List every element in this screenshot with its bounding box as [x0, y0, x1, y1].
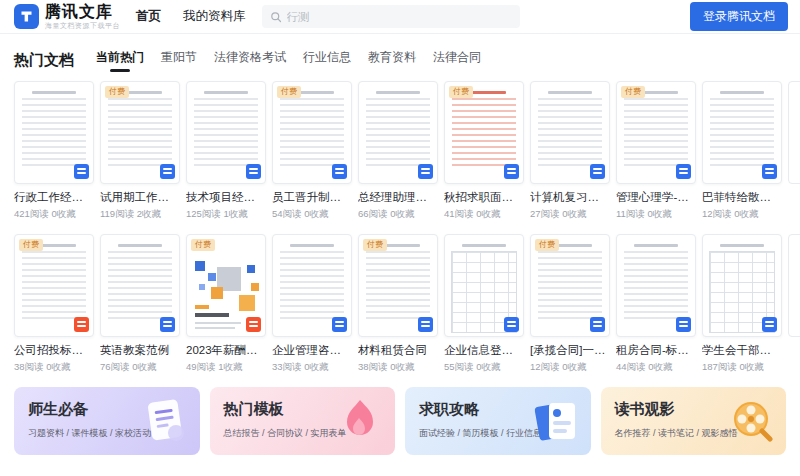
doc-file-icon [160, 317, 175, 332]
flame-icon [333, 395, 385, 447]
doc-thumbnail [186, 81, 266, 184]
promo-banners: 师生必备习题资料 / 课件模板 / 家校活动热门模板总结报告 / 合同协议 / … [14, 387, 786, 455]
doc-file-icon [504, 164, 519, 179]
doc-title: 英语教案范例 [100, 343, 180, 358]
nav-item-library[interactable]: 我的资料库 [183, 8, 246, 25]
cover-shape [251, 283, 259, 291]
banner-blue[interactable]: 求职攻略面试经验 / 简历模板 / 行业信息 [405, 387, 591, 455]
doc-thumbnail [272, 234, 352, 337]
doc-card[interactable]: 付费材料租赁合同38阅读 0收藏 [358, 234, 438, 374]
site-logo[interactable]: 腾讯文库 海量文档资源下载平台 [14, 4, 120, 29]
thumb-text-lines [22, 251, 86, 321]
doc-file-icon [762, 317, 777, 332]
doc-stats: 33阅读 0收藏 [272, 361, 352, 374]
doc-card[interactable]: 行政工作经验分...421阅读 0收藏 [14, 81, 94, 221]
tab-5[interactable]: 法律合同 [433, 49, 481, 72]
doc-card[interactable]: 计算机复习资料27阅读 0收藏 [530, 81, 610, 221]
thumb-title-line [462, 244, 506, 247]
thumb-title-line [32, 91, 76, 94]
tab-0[interactable]: 当前热门 [96, 49, 144, 72]
doc-card[interactable]: 学生会干部竞选...187阅读 0收藏 [702, 234, 782, 374]
doc-file-icon [418, 317, 433, 332]
thumb-title-line [204, 91, 248, 94]
doc-card[interactable]: 付费公司招投标授权...38阅读 0收藏 [14, 234, 94, 374]
doc-stats: 44阅读 0收藏 [616, 361, 696, 374]
doc-title: 学生会干部竞选... [702, 343, 782, 358]
doc-card[interactable]: 巴菲特给散户的9...12阅读 0收藏 [702, 81, 782, 221]
banner-pink[interactable]: 热门模板总结报告 / 合同协议 / 实用表单 [210, 387, 396, 455]
doc-stats: 187阅读 0收藏 [702, 361, 782, 374]
tab-2[interactable]: 法律资格考试 [214, 49, 286, 72]
pdf-file-icon [74, 317, 89, 332]
doc-thumbnail [616, 234, 696, 337]
doc-card[interactable]: 总经理助理工作...66阅读 0收藏 [358, 81, 438, 221]
thumb-text-lines [280, 98, 344, 168]
doc-card[interactable]: 企业信息登记表55阅读 0收藏 [444, 234, 524, 374]
doc-thumbnail: 付费 [100, 81, 180, 184]
doc-card[interactable]: 租房合同-标准版44阅读 0收藏 [616, 234, 696, 374]
doc-card[interactable]: 付费[承揽合同]一加...12阅读 0收藏 [530, 234, 610, 374]
doc-card[interactable]: 付费管理心理学-复习...11阅读 0收藏 [616, 81, 696, 221]
cover-shape [195, 305, 209, 309]
doc-thumbnail [788, 234, 800, 337]
thumb-title-line [720, 244, 764, 247]
doc-card[interactable]: 付费秋招求职面试技巧41阅读 0收藏 [444, 81, 524, 221]
document-grid: 行政工作经验分...421阅读 0收藏付费试用期工作经验...119阅读 2收藏… [0, 81, 800, 374]
doc-stats: 12阅读 0收藏 [530, 361, 610, 374]
doc-title: 试用期工作经验... [100, 190, 180, 205]
resume-icon [529, 395, 581, 447]
doc-thumbnail: 付费 [272, 81, 352, 184]
thumb-text-lines [280, 251, 344, 321]
doc-thumbnail: 付费 [358, 234, 438, 337]
search-box[interactable] [262, 5, 520, 28]
doc-card[interactable]: 技术项目经理面...125阅读 1收藏 [186, 81, 266, 221]
doc-title: 巴菲特给散户的9... [702, 190, 782, 205]
cover-shape [199, 284, 205, 290]
paid-tag: 付费 [191, 239, 215, 251]
doc-card[interactable]: 付费员工晋升制度及...54阅读 0收藏 [272, 81, 352, 221]
doc-stats: 49阅读 1收藏 [186, 361, 266, 374]
thumb-title-line [118, 244, 162, 247]
doc-stats: 27阅读 0收藏 [530, 208, 610, 221]
tab-1[interactable]: 重阳节 [161, 49, 197, 72]
thumb-text-lines [22, 98, 86, 168]
doc-card-partial[interactable] [788, 234, 800, 374]
doc-stats: 66阅读 0收藏 [358, 208, 438, 221]
doc-title: 秋招求职面试技巧 [444, 190, 524, 205]
login-button[interactable]: 登录腾讯文档 [690, 2, 788, 31]
cover-shape [195, 261, 205, 271]
doc-file-icon [332, 164, 347, 179]
paid-tag: 付费 [277, 86, 301, 98]
doc-card[interactable]: 英语教案范例76阅读 0收藏 [100, 234, 180, 374]
nav-item-home[interactable]: 首页 [136, 8, 161, 25]
doc-title: 技术项目经理面... [186, 190, 266, 205]
doc-file-icon [676, 164, 691, 179]
doc-thumbnail [702, 234, 782, 337]
doc-stats: 421阅读 0收藏 [14, 208, 94, 221]
doc-file-icon [762, 164, 777, 179]
doc-title: 公司招投标授权... [14, 343, 94, 358]
doc-stats: 38阅读 0收藏 [358, 361, 438, 374]
tab-4[interactable]: 教育资料 [368, 49, 416, 72]
doc-title: 计算机复习资料 [530, 190, 610, 205]
doc-stats: 55阅读 0收藏 [444, 361, 524, 374]
doc-thumbnail: 付费 [616, 81, 696, 184]
doc-file-icon [676, 317, 691, 332]
tab-3[interactable]: 行业信息 [303, 49, 351, 72]
doc-card[interactable]: 付费2023年薪酬报告...49阅读 1收藏 [186, 234, 266, 374]
doc-thumbnail: 付费 [530, 234, 610, 337]
doc-card-partial[interactable] [788, 81, 800, 221]
banner-purple[interactable]: 师生必备习题资料 / 课件模板 / 家校活动 [14, 387, 200, 455]
doc-file-icon [332, 317, 347, 332]
category-tabs: 当前热门重阳节法律资格考试行业信息教育资料法律合同 [96, 49, 481, 72]
doc-file-icon [74, 164, 89, 179]
doc-stats: 119阅读 2收藏 [100, 208, 180, 221]
thumb-text-lines [624, 98, 688, 168]
site-title: 腾讯文库 [45, 4, 120, 20]
search-input[interactable] [287, 11, 512, 23]
paid-tag: 付费 [535, 239, 559, 251]
doc-card[interactable]: 付费试用期工作经验...119阅读 2收藏 [100, 81, 180, 221]
cover-shape [239, 295, 255, 311]
banner-orange[interactable]: 读书观影名作推荐 / 读书笔记 / 观影感悟 [601, 387, 787, 455]
doc-card[interactable]: 企业管理咨询合同33阅读 0收藏 [272, 234, 352, 374]
